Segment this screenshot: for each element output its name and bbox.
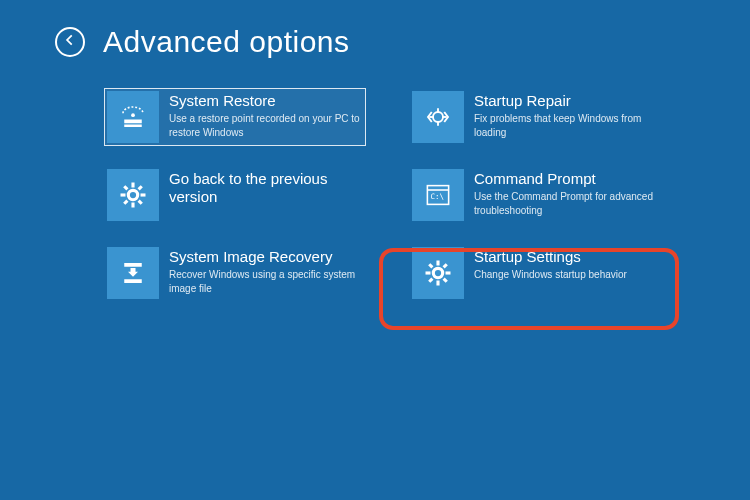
command-prompt-icon: C:\ xyxy=(412,169,464,221)
tile-startup-settings[interactable]: Startup Settings Change Windows startup … xyxy=(410,245,670,301)
tile-title: System Restore xyxy=(169,92,363,110)
startup-repair-icon xyxy=(412,91,464,143)
tile-command-prompt[interactable]: C:\ Command Prompt Use the Command Promp… xyxy=(410,167,670,223)
svg-rect-19 xyxy=(124,263,142,267)
gear-icon xyxy=(412,247,464,299)
svg-line-28 xyxy=(429,279,432,282)
tile-title: Startup Settings xyxy=(474,248,668,266)
tile-startup-repair[interactable]: Startup Repair Fix problems that keep Wi… xyxy=(410,89,670,145)
svg-rect-0 xyxy=(124,120,142,124)
svg-rect-1 xyxy=(124,125,142,128)
tile-go-back[interactable]: Go back to the previous version xyxy=(105,167,365,223)
page-title: Advanced options xyxy=(103,25,350,59)
tile-desc: Use a restore point recorded on your PC … xyxy=(169,112,363,139)
tile-title: Command Prompt xyxy=(474,170,668,188)
tile-desc: Fix problems that keep Windows from load… xyxy=(474,112,668,139)
system-image-recovery-icon xyxy=(107,247,159,299)
svg-line-14 xyxy=(124,201,127,204)
tile-desc: Change Windows startup behavior xyxy=(474,268,668,282)
gear-icon xyxy=(107,169,159,221)
tile-system-image-recovery[interactable]: System Image Recovery Recover Windows us… xyxy=(105,245,365,301)
svg-text:C:\: C:\ xyxy=(431,192,445,201)
svg-line-13 xyxy=(139,201,142,204)
tile-desc: Use the Command Prompt for advanced trou… xyxy=(474,190,668,217)
svg-line-15 xyxy=(139,186,142,189)
tile-title: Go back to the previous version xyxy=(169,170,363,206)
tile-title: Startup Repair xyxy=(474,92,668,110)
system-restore-icon xyxy=(107,91,159,143)
svg-line-29 xyxy=(444,264,447,267)
options-grid: System Restore Use a restore point recor… xyxy=(0,89,750,301)
svg-rect-20 xyxy=(124,279,142,283)
svg-line-26 xyxy=(429,264,432,267)
svg-point-3 xyxy=(433,112,443,122)
tile-title: System Image Recovery xyxy=(169,248,363,266)
tile-system-restore[interactable]: System Restore Use a restore point recor… xyxy=(105,89,365,145)
svg-line-27 xyxy=(444,279,447,282)
back-arrow-icon xyxy=(63,33,77,51)
svg-line-12 xyxy=(124,186,127,189)
svg-point-2 xyxy=(131,113,135,117)
back-button[interactable] xyxy=(55,27,85,57)
svg-marker-21 xyxy=(128,268,138,277)
tile-desc: Recover Windows using a specific system … xyxy=(169,268,363,295)
